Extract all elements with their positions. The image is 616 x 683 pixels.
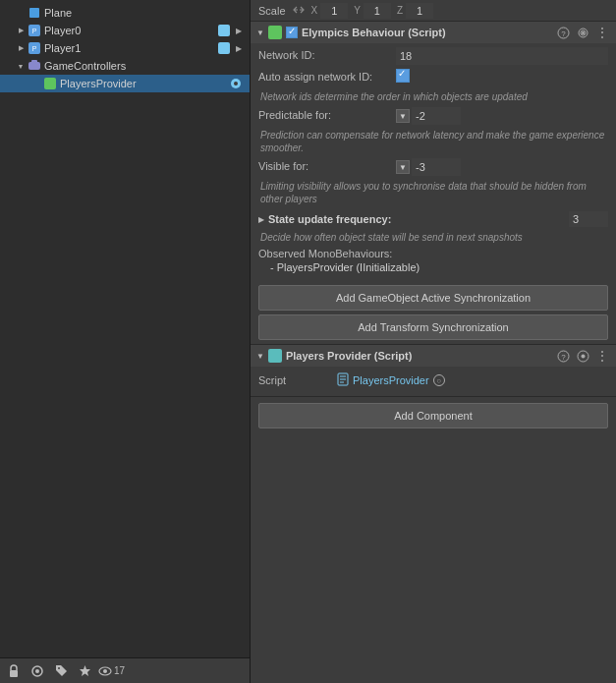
expand-arrow-0: ▶ (234, 26, 244, 35)
add-component-button[interactable]: Add Component (258, 403, 608, 428)
network-id-input[interactable] (396, 47, 608, 65)
svg-point-25 (581, 354, 585, 358)
svg-rect-8 (31, 60, 37, 64)
component-indicator-1 (217, 41, 231, 55)
svg-rect-6 (218, 42, 230, 54)
playersprovider-icon (43, 77, 57, 90)
svg-text:P: P (32, 28, 37, 34)
network-id-row: Network ID: (258, 47, 608, 67)
predictable-for-row: Predictable for: ▼ (258, 107, 608, 127)
svg-rect-3 (218, 25, 230, 36)
players-provider-icon (268, 349, 282, 363)
state-update-input[interactable] (569, 211, 608, 227)
tree-item-gamecontrollers[interactable]: GameControllers (0, 57, 250, 75)
tree-label-player1: Player1 (44, 42, 81, 54)
script-value: PlayersProvider ○ (337, 372, 608, 388)
players-provider-title: Players Provider (Script) (286, 350, 551, 362)
state-update-arrow[interactable]: ▶ (258, 215, 264, 224)
scale-x-input[interactable] (320, 3, 348, 19)
scale-z-field: Z (397, 3, 433, 19)
component-indicator-0 (217, 24, 231, 37)
player-icon-1: P (28, 41, 41, 55)
observed-item: - PlayersProvider (IInitializable) (258, 261, 608, 273)
elympics-menu-button[interactable]: ⋮ (594, 25, 610, 40)
elympics-behaviour-body: Network ID: Auto assign network ID: Netw… (251, 43, 616, 281)
visible-for-input[interactable] (412, 158, 461, 176)
elympics-settings-button[interactable] (575, 25, 590, 40)
tree-label-player0: Player0 (44, 25, 81, 36)
predictable-for-help: Prediction can compensate for network la… (258, 129, 608, 154)
visible-for-label: Visible for: (258, 158, 396, 172)
add-transform-sync-button[interactable]: Add Transform Synchronization (258, 314, 608, 340)
scale-row: Scale X Y Z (251, 0, 616, 22)
players-provider-help-button[interactable]: ? (555, 348, 571, 364)
auto-assign-row: Auto assign network ID: (258, 69, 608, 88)
elympics-behaviour-header: ▼ Elympics Behaviour (Script) ? ⋮ (251, 22, 616, 43)
hierarchy-tree: Plane P Player0 ▶ P Player1 ▶ (0, 0, 250, 657)
players-provider-header: ▼ Players Provider (Script) ? ⋮ (251, 345, 616, 367)
observed-section: Observed MonoBehaviours: - PlayersProvid… (258, 248, 608, 273)
svg-rect-9 (44, 78, 56, 89)
players-provider-menu-button[interactable]: ⋮ (594, 348, 610, 364)
predictable-for-dropdown[interactable]: ▼ (396, 109, 410, 123)
predictable-for-input[interactable] (412, 107, 461, 125)
scale-label: Scale (258, 5, 286, 17)
elympics-title: Elympics Behaviour (Script) (302, 27, 551, 38)
scale-z-input[interactable] (406, 3, 433, 19)
scope-button[interactable] (28, 661, 47, 681)
svg-point-11 (234, 82, 238, 85)
auto-assign-help: Network ids determine the order in which… (258, 90, 608, 103)
network-id-label: Network ID: (258, 47, 396, 61)
right-panel: Scale X Y Z ▼ Elympics Behaviour (Script… (251, 0, 616, 683)
tree-item-player1[interactable]: P Player1 ▶ (0, 39, 250, 57)
svg-text:?: ? (561, 29, 566, 38)
arrow-spacer-2 (31, 79, 41, 88)
svg-text:?: ? (561, 353, 566, 362)
script-row: Script PlayersProvider ○ (258, 370, 608, 390)
svg-point-21 (582, 31, 585, 34)
add-gameobject-active-button[interactable]: Add GameObject Active Synchronization (258, 285, 608, 311)
scale-y-input[interactable] (364, 3, 391, 19)
star-button[interactable] (75, 661, 94, 681)
visible-for-row: Visible for: ▼ (258, 158, 608, 178)
script-label: Script (258, 374, 337, 386)
component-collapse-arrow[interactable]: ▼ (256, 28, 264, 37)
axis-x-label: X (311, 5, 318, 16)
svg-point-15 (58, 667, 60, 669)
players-provider-collapse-arrow[interactable]: ▼ (256, 352, 264, 361)
badge-count: 17 (114, 665, 125, 676)
arrow-right-icon-1 (16, 43, 26, 53)
tag-button[interactable] (51, 661, 71, 681)
state-update-help: Decide how often object state will be se… (258, 231, 608, 244)
left-toolbar: 17 (0, 657, 250, 683)
players-provider-settings-button[interactable] (575, 348, 590, 364)
arrow-down-icon (16, 61, 26, 71)
tree-item-playersprovider[interactable]: PlayersProvider (0, 75, 250, 92)
svg-point-14 (35, 669, 39, 673)
playersprovider-gear-icon (229, 77, 243, 90)
tree-item-player0[interactable]: P Player0 ▶ (0, 22, 250, 39)
visible-for-dropdown[interactable]: ▼ (396, 160, 410, 174)
scale-link-icon (292, 5, 306, 17)
elympics-help-button[interactable]: ? (555, 25, 571, 40)
svg-text:P: P (32, 45, 37, 52)
script-name: PlayersProvider (353, 374, 429, 386)
svg-rect-12 (10, 670, 18, 677)
predictable-for-dropdown-row: ▼ (396, 107, 608, 125)
visibility-badge: 17 (98, 665, 125, 676)
arrow-spacer (16, 8, 26, 18)
arrow-right-icon (16, 26, 26, 35)
tree-label-gamecontrollers: GameControllers (44, 60, 126, 72)
svg-rect-0 (29, 8, 39, 18)
script-select-button[interactable]: ○ (433, 374, 445, 386)
auto-assign-checkbox[interactable] (396, 69, 410, 83)
tree-item-plane[interactable]: Plane (0, 4, 250, 22)
predictable-for-label: Predictable for: (258, 107, 396, 121)
tree-label-plane: Plane (44, 7, 72, 19)
player-icon-0: P (28, 24, 41, 37)
elympics-enabled-checkbox[interactable] (286, 27, 298, 38)
lock-button[interactable] (4, 661, 24, 681)
gamecontrollers-icon (28, 59, 41, 73)
svg-marker-16 (80, 665, 90, 676)
elympics-icon (268, 26, 282, 39)
